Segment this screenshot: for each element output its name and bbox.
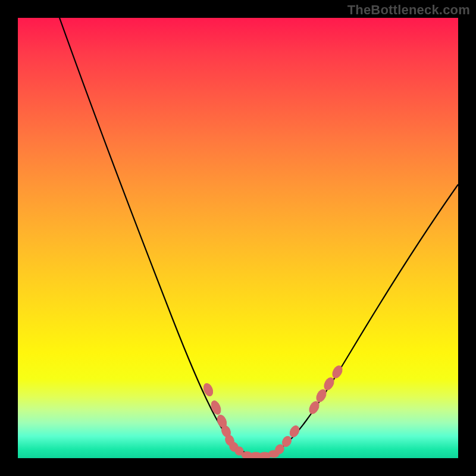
chart-frame: TheBottleneck.com xyxy=(0,0,476,476)
bead-cluster-right xyxy=(274,364,344,455)
bead-cluster-floor xyxy=(242,450,279,458)
gradient-plot-area xyxy=(18,18,458,458)
bead-cluster-left xyxy=(202,382,245,457)
svg-point-15 xyxy=(315,388,328,403)
watermark-text: TheBottleneck.com xyxy=(347,2,470,18)
curve-layer xyxy=(18,18,458,458)
bottleneck-curve xyxy=(60,18,458,455)
svg-point-1 xyxy=(209,399,223,415)
svg-point-13 xyxy=(288,424,301,439)
